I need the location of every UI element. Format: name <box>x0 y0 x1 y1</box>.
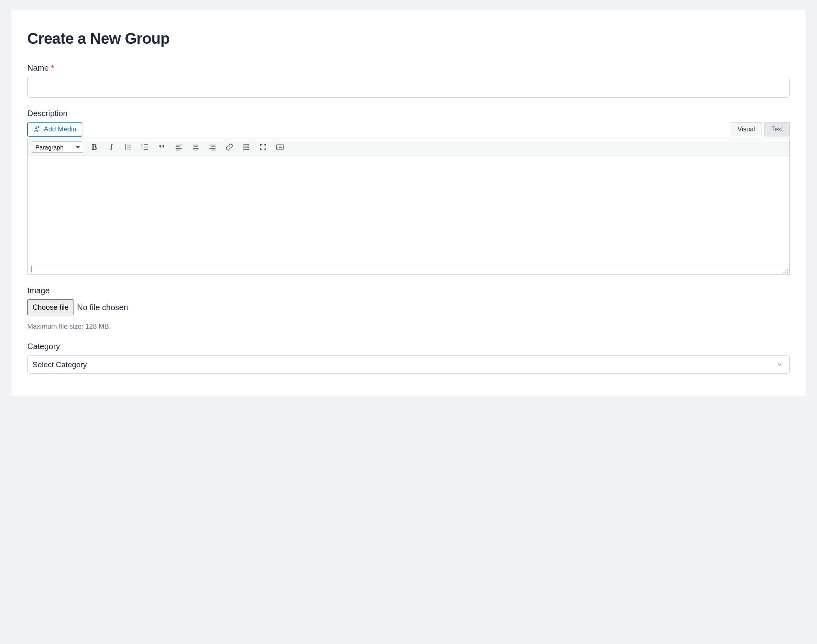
svg-rect-32 <box>278 146 278 147</box>
name-label-text: Name <box>27 63 49 72</box>
name-field-group: Name * <box>27 63 790 98</box>
page-card: Create a New Group Name * Description Ad… <box>11 10 806 396</box>
tab-visual[interactable]: Visual <box>731 122 762 137</box>
svg-point-0 <box>35 127 37 129</box>
format-select-wrap: Paragraph <box>32 141 83 153</box>
svg-rect-18 <box>194 146 198 147</box>
blockquote-button[interactable] <box>156 141 167 153</box>
image-helper-text: Maximum file size: 128 MB. <box>27 323 790 331</box>
svg-rect-14 <box>176 146 180 147</box>
editor-tabs: Visual Text <box>728 122 790 137</box>
read-more-icon <box>242 143 250 151</box>
svg-point-43 <box>783 272 784 273</box>
svg-point-3 <box>125 146 126 147</box>
file-status-text: No file chosen <box>77 303 128 312</box>
format-select[interactable]: Paragraph <box>32 141 83 153</box>
svg-rect-19 <box>193 148 199 149</box>
svg-rect-34 <box>280 146 281 147</box>
svg-rect-36 <box>278 147 278 148</box>
svg-rect-4 <box>127 147 131 147</box>
bullet-list-icon <box>124 143 132 151</box>
quote-icon <box>158 143 166 151</box>
category-field-group: Category Select Category <box>27 342 790 374</box>
svg-rect-30 <box>243 149 249 150</box>
wysiwyg-editor: Paragraph B I 123 <box>27 139 790 275</box>
svg-rect-35 <box>282 146 282 147</box>
svg-rect-25 <box>243 144 249 145</box>
bullet-list-button[interactable] <box>123 141 134 153</box>
align-center-icon <box>192 143 200 151</box>
svg-rect-27 <box>243 147 245 148</box>
fullscreen-button[interactable] <box>257 141 269 153</box>
image-label: Image <box>27 286 790 295</box>
description-field-group: Description Add Media Visual Text <box>27 109 790 275</box>
svg-rect-12 <box>144 149 148 150</box>
svg-rect-23 <box>210 148 216 149</box>
description-label: Description <box>27 109 790 118</box>
category-select-wrap: Select Category <box>27 355 790 374</box>
svg-point-40 <box>785 270 786 271</box>
media-icon <box>33 126 41 133</box>
required-marker: * <box>51 63 54 72</box>
align-right-icon <box>208 143 217 151</box>
svg-rect-29 <box>247 147 249 148</box>
image-field-group: Image Choose file No file chosen Maximum… <box>27 286 790 331</box>
link-icon <box>225 143 233 151</box>
numbered-list-icon: 123 <box>141 143 149 151</box>
align-left-icon <box>175 143 183 151</box>
svg-rect-15 <box>176 148 182 149</box>
svg-rect-16 <box>176 150 180 151</box>
svg-point-41 <box>787 272 788 273</box>
category-select[interactable]: Select Category <box>27 355 790 374</box>
page-title: Create a New Group <box>27 30 790 47</box>
toolbar-toggle-button[interactable] <box>274 141 286 153</box>
align-right-button[interactable] <box>207 141 218 153</box>
svg-point-38 <box>787 268 788 269</box>
svg-rect-37 <box>279 147 282 148</box>
align-left-button[interactable] <box>173 141 184 153</box>
align-center-button[interactable] <box>190 141 201 153</box>
cursor-indicator <box>31 266 32 272</box>
svg-point-1 <box>125 144 126 145</box>
name-label: Name * <box>27 63 790 73</box>
add-media-label: Add Media <box>44 125 76 133</box>
svg-rect-33 <box>279 146 280 147</box>
editor-statusbar <box>28 264 789 274</box>
svg-rect-24 <box>212 150 216 151</box>
keyboard-icon <box>276 143 284 151</box>
bold-button[interactable]: B <box>89 141 100 153</box>
resize-grip-icon[interactable] <box>783 268 788 274</box>
svg-text:3: 3 <box>141 148 143 151</box>
name-input[interactable] <box>27 77 790 98</box>
insert-more-button[interactable] <box>241 141 252 153</box>
fullscreen-icon <box>259 143 267 151</box>
svg-rect-21 <box>210 145 216 145</box>
editor-toolbar: Paragraph B I 123 <box>28 139 789 155</box>
add-media-button[interactable]: Add Media <box>27 122 82 137</box>
svg-rect-22 <box>212 146 216 147</box>
svg-rect-17 <box>193 145 199 145</box>
svg-point-39 <box>787 270 788 271</box>
svg-rect-28 <box>245 147 247 148</box>
svg-rect-20 <box>194 150 198 151</box>
svg-rect-26 <box>243 146 249 147</box>
svg-rect-8 <box>144 144 148 145</box>
italic-button[interactable]: I <box>106 141 117 153</box>
svg-rect-10 <box>144 147 148 147</box>
numbered-list-button[interactable]: 123 <box>139 141 151 153</box>
svg-rect-6 <box>127 149 131 149</box>
svg-rect-13 <box>176 145 182 145</box>
choose-file-button[interactable]: Choose file <box>27 299 74 315</box>
category-label: Category <box>27 342 790 351</box>
file-input-row: Choose file No file chosen <box>27 299 790 315</box>
svg-rect-2 <box>127 145 131 145</box>
svg-point-5 <box>125 148 126 149</box>
editor-content[interactable] <box>28 155 789 264</box>
link-button[interactable] <box>224 141 235 153</box>
svg-point-42 <box>785 272 786 273</box>
tab-text[interactable]: Text <box>764 122 790 137</box>
